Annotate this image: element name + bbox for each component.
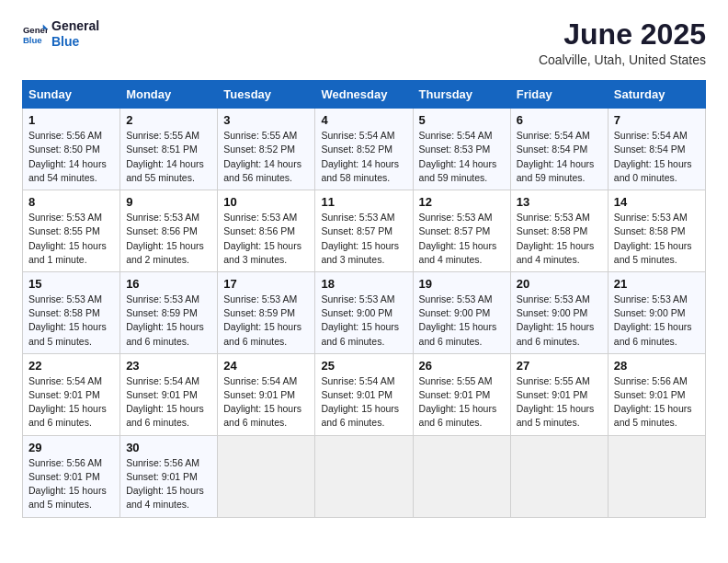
calendar-header-row: SundayMondayTuesdayWednesdayThursdayFrid… bbox=[23, 81, 706, 109]
calendar-cell bbox=[510, 435, 608, 517]
col-header-thursday: Thursday bbox=[413, 81, 510, 109]
day-detail: Sunrise: 5:54 AMSunset: 9:01 PMDaylight:… bbox=[223, 375, 301, 429]
calendar-cell bbox=[315, 435, 413, 517]
day-number: 14 bbox=[614, 195, 700, 209]
day-number: 20 bbox=[517, 277, 602, 291]
day-number: 15 bbox=[28, 277, 114, 291]
calendar-week-4: 22 Sunrise: 5:54 AMSunset: 9:01 PMDaylig… bbox=[23, 353, 706, 435]
calendar-cell: 18 Sunrise: 5:53 AMSunset: 9:00 PMDaylig… bbox=[315, 271, 413, 353]
day-number: 29 bbox=[28, 441, 114, 454]
calendar-cell: 21 Sunrise: 5:53 AMSunset: 9:00 PMDaylig… bbox=[608, 271, 705, 353]
calendar-week-3: 15 Sunrise: 5:53 AMSunset: 8:58 PMDaylig… bbox=[23, 271, 706, 353]
day-number: 13 bbox=[517, 195, 602, 209]
calendar-cell: 14 Sunrise: 5:53 AMSunset: 8:58 PMDaylig… bbox=[608, 190, 705, 272]
calendar-cell: 9 Sunrise: 5:53 AMSunset: 8:56 PMDayligh… bbox=[120, 190, 218, 272]
day-detail: Sunrise: 5:54 AMSunset: 9:01 PMDaylight:… bbox=[28, 375, 107, 429]
col-header-friday: Friday bbox=[510, 81, 608, 109]
calendar-cell: 8 Sunrise: 5:53 AMSunset: 8:55 PMDayligh… bbox=[23, 190, 120, 272]
day-detail: Sunrise: 5:53 AMSunset: 8:56 PMDaylight:… bbox=[223, 212, 301, 265]
day-detail: Sunrise: 5:55 AMSunset: 9:01 PMDaylight:… bbox=[517, 375, 595, 429]
logo-icon: General Blue bbox=[22, 21, 48, 47]
day-detail: Sunrise: 5:53 AMSunset: 8:58 PMDaylight:… bbox=[28, 293, 107, 347]
day-detail: Sunrise: 5:53 AMSunset: 8:57 PMDaylight:… bbox=[321, 212, 399, 265]
calendar-cell: 24 Sunrise: 5:54 AMSunset: 9:01 PMDaylig… bbox=[218, 353, 315, 435]
day-number: 11 bbox=[321, 195, 406, 209]
calendar-cell: 6 Sunrise: 5:54 AMSunset: 8:54 PMDayligh… bbox=[510, 109, 608, 190]
logo-text-general: General bbox=[51, 18, 99, 34]
page-header: General Blue General Blue June 2025 Coal… bbox=[22, 18, 706, 67]
day-number: 28 bbox=[614, 359, 700, 373]
calendar-cell: 3 Sunrise: 5:55 AMSunset: 8:52 PMDayligh… bbox=[218, 109, 315, 190]
calendar-cell: 5 Sunrise: 5:54 AMSunset: 8:53 PMDayligh… bbox=[413, 109, 510, 190]
day-number: 1 bbox=[28, 113, 114, 127]
day-detail: Sunrise: 5:53 AMSunset: 8:59 PMDaylight:… bbox=[126, 293, 204, 347]
day-detail: Sunrise: 5:53 AMSunset: 9:00 PMDaylight:… bbox=[614, 293, 692, 347]
calendar-cell: 7 Sunrise: 5:54 AMSunset: 8:54 PMDayligh… bbox=[608, 109, 705, 190]
calendar-cell: 19 Sunrise: 5:53 AMSunset: 9:00 PMDaylig… bbox=[413, 271, 510, 353]
day-number: 27 bbox=[517, 359, 602, 373]
day-detail: Sunrise: 5:54 AMSunset: 8:52 PMDaylight:… bbox=[321, 130, 399, 183]
day-detail: Sunrise: 5:54 AMSunset: 8:54 PMDaylight:… bbox=[517, 130, 595, 183]
day-detail: Sunrise: 5:53 AMSunset: 8:58 PMDaylight:… bbox=[614, 212, 692, 265]
calendar-cell: 11 Sunrise: 5:53 AMSunset: 8:57 PMDaylig… bbox=[315, 190, 413, 272]
day-number: 2 bbox=[126, 113, 211, 127]
day-number: 7 bbox=[614, 113, 700, 127]
day-detail: Sunrise: 5:53 AMSunset: 9:00 PMDaylight:… bbox=[419, 293, 497, 347]
day-detail: Sunrise: 5:53 AMSunset: 8:57 PMDaylight:… bbox=[419, 212, 497, 265]
logo: General Blue General Blue bbox=[22, 18, 99, 50]
month-title: June 2025 bbox=[539, 18, 706, 51]
location-text: Coalville, Utah, United States bbox=[539, 52, 706, 67]
day-detail: Sunrise: 5:53 AMSunset: 8:59 PMDaylight:… bbox=[223, 293, 301, 347]
day-number: 3 bbox=[223, 113, 309, 127]
calendar-week-5: 29 Sunrise: 5:56 AMSunset: 9:01 PMDaylig… bbox=[23, 435, 706, 517]
day-number: 6 bbox=[517, 113, 602, 127]
calendar-cell bbox=[218, 435, 315, 517]
col-header-wednesday: Wednesday bbox=[315, 81, 413, 109]
calendar-cell: 29 Sunrise: 5:56 AMSunset: 9:01 PMDaylig… bbox=[23, 435, 120, 517]
calendar-cell: 28 Sunrise: 5:56 AMSunset: 9:01 PMDaylig… bbox=[608, 353, 705, 435]
day-number: 30 bbox=[126, 441, 211, 454]
day-detail: Sunrise: 5:55 AMSunset: 8:52 PMDaylight:… bbox=[223, 130, 301, 183]
calendar-cell: 26 Sunrise: 5:55 AMSunset: 9:01 PMDaylig… bbox=[413, 353, 510, 435]
calendar-cell: 27 Sunrise: 5:55 AMSunset: 9:01 PMDaylig… bbox=[510, 353, 608, 435]
day-number: 5 bbox=[419, 113, 505, 127]
calendar-cell: 4 Sunrise: 5:54 AMSunset: 8:52 PMDayligh… bbox=[315, 109, 413, 190]
day-detail: Sunrise: 5:53 AMSunset: 9:00 PMDaylight:… bbox=[517, 293, 595, 347]
day-detail: Sunrise: 5:56 AMSunset: 9:01 PMDaylight:… bbox=[614, 375, 692, 429]
calendar-cell: 22 Sunrise: 5:54 AMSunset: 9:01 PMDaylig… bbox=[23, 353, 120, 435]
day-detail: Sunrise: 5:53 AMSunset: 9:00 PMDaylight:… bbox=[321, 293, 399, 347]
day-detail: Sunrise: 5:53 AMSunset: 8:58 PMDaylight:… bbox=[517, 212, 595, 265]
day-detail: Sunrise: 5:56 AMSunset: 9:01 PMDaylight:… bbox=[28, 457, 107, 511]
day-number: 10 bbox=[223, 195, 309, 209]
calendar-cell: 17 Sunrise: 5:53 AMSunset: 8:59 PMDaylig… bbox=[218, 271, 315, 353]
day-detail: Sunrise: 5:55 AMSunset: 8:51 PMDaylight:… bbox=[126, 130, 204, 183]
calendar-cell: 20 Sunrise: 5:53 AMSunset: 9:00 PMDaylig… bbox=[510, 271, 608, 353]
day-number: 18 bbox=[321, 277, 406, 291]
calendar-cell: 16 Sunrise: 5:53 AMSunset: 8:59 PMDaylig… bbox=[120, 271, 218, 353]
col-header-monday: Monday bbox=[120, 81, 218, 109]
day-detail: Sunrise: 5:54 AMSunset: 9:01 PMDaylight:… bbox=[321, 375, 399, 429]
day-number: 23 bbox=[126, 359, 211, 373]
calendar-week-2: 8 Sunrise: 5:53 AMSunset: 8:55 PMDayligh… bbox=[23, 190, 706, 272]
col-header-tuesday: Tuesday bbox=[218, 81, 315, 109]
day-number: 16 bbox=[126, 277, 211, 291]
calendar-cell: 13 Sunrise: 5:53 AMSunset: 8:58 PMDaylig… bbox=[510, 190, 608, 272]
day-detail: Sunrise: 5:54 AMSunset: 8:53 PMDaylight:… bbox=[419, 130, 497, 183]
day-detail: Sunrise: 5:56 AMSunset: 8:50 PMDaylight:… bbox=[28, 130, 107, 183]
day-detail: Sunrise: 5:54 AMSunset: 8:54 PMDaylight:… bbox=[614, 130, 692, 183]
calendar-cell: 12 Sunrise: 5:53 AMSunset: 8:57 PMDaylig… bbox=[413, 190, 510, 272]
calendar-cell bbox=[413, 435, 510, 517]
day-detail: Sunrise: 5:54 AMSunset: 9:01 PMDaylight:… bbox=[126, 375, 204, 429]
calendar-cell: 25 Sunrise: 5:54 AMSunset: 9:01 PMDaylig… bbox=[315, 353, 413, 435]
calendar-cell: 23 Sunrise: 5:54 AMSunset: 9:01 PMDaylig… bbox=[120, 353, 218, 435]
day-number: 9 bbox=[126, 195, 211, 209]
day-detail: Sunrise: 5:53 AMSunset: 8:55 PMDaylight:… bbox=[28, 212, 107, 265]
title-area: June 2025 Coalville, Utah, United States bbox=[539, 18, 706, 67]
day-number: 21 bbox=[614, 277, 700, 291]
logo-text-blue: Blue bbox=[51, 34, 99, 50]
calendar-table: SundayMondayTuesdayWednesdayThursdayFrid… bbox=[22, 80, 706, 517]
calendar-cell: 2 Sunrise: 5:55 AMSunset: 8:51 PMDayligh… bbox=[120, 109, 218, 190]
calendar-cell: 30 Sunrise: 5:56 AMSunset: 9:01 PMDaylig… bbox=[120, 435, 218, 517]
day-detail: Sunrise: 5:56 AMSunset: 9:01 PMDaylight:… bbox=[126, 457, 204, 511]
day-number: 4 bbox=[321, 113, 406, 127]
